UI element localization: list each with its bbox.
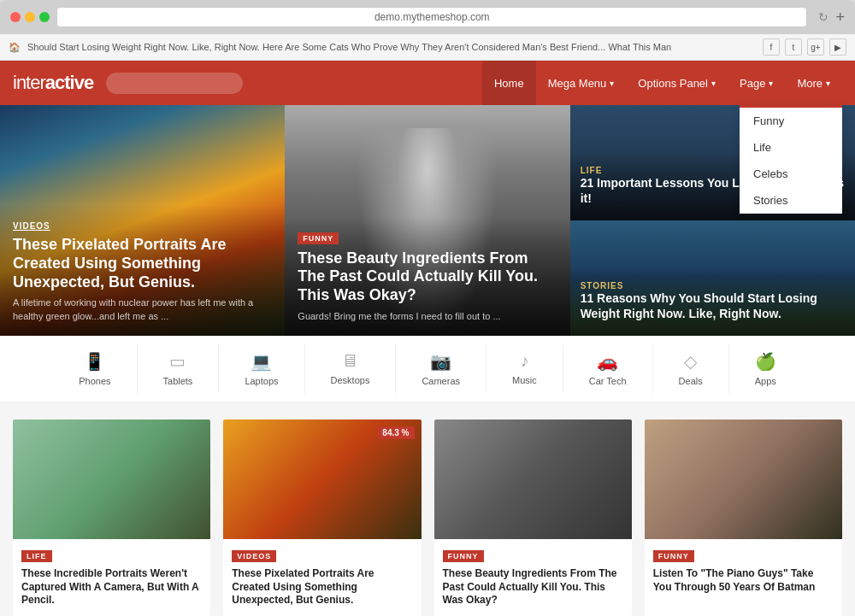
browser-toolbar: 🏠 Should Start Losing Weight Right Now. … xyxy=(0,34,855,61)
nav-more[interactable]: More ▾ Funny Life Celebs Stories xyxy=(785,61,842,105)
youtube-toolbar-icon[interactable]: ▶ xyxy=(829,38,846,56)
cat-cartech[interactable]: 🚗 Car Tech xyxy=(563,344,653,393)
cartech-icon: 🚗 xyxy=(597,351,618,372)
card-0-body: LIFE These Incredible Portraits Weren't … xyxy=(13,539,210,616)
card-2-title: These Beauty Ingredients From The Past C… xyxy=(443,567,623,607)
music-label: Music xyxy=(512,375,537,385)
hero-main-category: VIDEOS xyxy=(13,221,50,231)
options-arrow: ▾ xyxy=(711,79,716,88)
card-3-image xyxy=(645,419,842,539)
desktops-label: Desktops xyxy=(331,375,370,385)
facebook-toolbar-icon[interactable]: f xyxy=(763,38,780,56)
tablets-icon: ▭ xyxy=(169,351,186,372)
nav-home[interactable]: Home xyxy=(482,61,536,105)
card-2-body: FUNNY These Beauty Ingredients From The … xyxy=(434,539,632,616)
hero-grid: VIDEOS These Pixelated Portraits Are Cre… xyxy=(0,105,855,336)
cat-cameras[interactable]: 📷 Cameras xyxy=(396,344,486,393)
nav-home-label: Home xyxy=(494,77,524,90)
hero-center-category: FUNNY xyxy=(298,232,339,244)
nav-mega-label: Mega Menu xyxy=(548,77,607,90)
card-0-title: These Incredible Portraits Weren't Captu… xyxy=(21,567,202,607)
card-1[interactable]: 84.3 % VIDEOS These Pixelated Portraits … xyxy=(223,419,421,616)
site-wrapper: interactive Home Mega Menu ▾ Options Pan… xyxy=(0,61,855,616)
cameras-label: Cameras xyxy=(422,376,460,386)
hero-right-bottom-category: STORIES xyxy=(581,281,845,290)
nav-mega-menu[interactable]: Mega Menu ▾ xyxy=(536,61,627,105)
cameras-icon: 📷 xyxy=(430,351,451,372)
cat-music[interactable]: ♪ Music xyxy=(486,344,563,393)
deals-icon: ◇ xyxy=(684,351,697,372)
card-2-image xyxy=(434,419,632,539)
hero-right-bottom-overlay: STORIES 11 Reasons Why You Should Start … xyxy=(570,220,855,336)
card-0[interactable]: LIFE These Incredible Portraits Weren't … xyxy=(13,419,210,616)
refresh-icon[interactable]: ↻ xyxy=(818,10,828,24)
logo-light: inter xyxy=(13,72,45,93)
card-0-category: LIFE xyxy=(21,550,52,562)
twitter-toolbar-icon[interactable]: t xyxy=(785,38,802,56)
hero-center-title: These Beauty Ingredients From The Past C… xyxy=(298,249,557,305)
window-controls xyxy=(10,12,50,22)
googleplus-toolbar-icon[interactable]: g+ xyxy=(807,38,824,56)
minimize-button[interactable] xyxy=(25,12,35,22)
hero-main-excerpt: A lifetime of working with nuclear power… xyxy=(13,296,272,323)
card-3-category: FUNNY xyxy=(653,550,694,562)
search-input[interactable] xyxy=(106,73,243,94)
hero-right-bottom-title: 11 Reasons Why You Should Start Losing W… xyxy=(581,290,845,321)
maximize-button[interactable] xyxy=(39,12,50,22)
card-3[interactable]: FUNNY Listen To "The Piano Guys" Take Yo… xyxy=(645,419,842,616)
card-0-image xyxy=(13,419,210,539)
cat-tablets[interactable]: ▭ Tablets xyxy=(138,344,220,393)
apps-label: Apps xyxy=(755,376,776,386)
apps-icon: 🍏 xyxy=(755,351,776,372)
more-arrow: ▾ xyxy=(826,79,830,88)
tablets-label: Tablets xyxy=(163,376,193,386)
dropdown-funny[interactable]: Funny xyxy=(740,108,842,134)
nav-more-label: More xyxy=(797,77,823,90)
card-1-badge: 84.3 % xyxy=(377,426,414,439)
site-header: interactive Home Mega Menu ▾ Options Pan… xyxy=(0,61,855,105)
page-arrow: ▾ xyxy=(769,79,773,88)
card-1-body: VIDEOS These Pixelated Portraits Are Cre… xyxy=(223,539,421,616)
phones-label: Phones xyxy=(79,376,110,386)
nav-options-label: Options Panel xyxy=(638,77,708,90)
cards-section: LIFE These Incredible Portraits Weren't … xyxy=(0,402,855,616)
logo-bold: active xyxy=(45,72,93,93)
dropdown-life[interactable]: Life xyxy=(740,134,842,161)
deals-label: Deals xyxy=(679,376,703,386)
nav-page[interactable]: Page ▾ xyxy=(728,61,785,105)
cat-laptops[interactable]: 💻 Laptops xyxy=(219,344,304,393)
cat-phones[interactable]: 📱 Phones xyxy=(53,344,137,393)
cartech-label: Car Tech xyxy=(589,376,627,386)
cat-deals[interactable]: ◇ Deals xyxy=(653,344,729,393)
dropdown-celebs[interactable]: Celebs xyxy=(740,161,842,187)
address-bar[interactable]: demo.mythemeshop.com xyxy=(56,7,807,27)
card-2-category: FUNNY xyxy=(443,550,484,562)
hero-right-bottom[interactable]: STORIES 11 Reasons Why You Should Start … xyxy=(570,220,855,336)
dropdown-stories[interactable]: Stories xyxy=(740,187,842,214)
nav-page-label: Page xyxy=(740,77,765,90)
card-3-body: FUNNY Listen To "The Piano Guys" Take Yo… xyxy=(645,539,842,602)
card-1-image: 84.3 % xyxy=(223,419,421,539)
toolbar-links: Should Start Losing Weight Right Now. Li… xyxy=(27,42,756,52)
more-dropdown: Funny Life Celebs Stories xyxy=(740,105,842,214)
hero-main-title: These Pixelated Portraits Are Created Us… xyxy=(13,236,272,291)
music-icon: ♪ xyxy=(520,351,528,371)
close-button[interactable] xyxy=(10,12,21,22)
card-1-title: These Pixelated Portraits Are Created Us… xyxy=(232,567,412,607)
card-3-title: Listen To "The Piano Guys" Take You Thro… xyxy=(653,567,834,594)
hero-main[interactable]: VIDEOS These Pixelated Portraits Are Cre… xyxy=(0,105,285,336)
cards-grid: LIFE These Incredible Portraits Weren't … xyxy=(13,419,842,616)
hero-center-excerpt: Guards! Bring me the forms I need to fil… xyxy=(298,310,557,323)
nav-options-panel[interactable]: Options Panel ▾ xyxy=(626,61,728,105)
browser-window: demo.mythemeshop.com ↻ + 🏠 Should Start … xyxy=(0,0,855,616)
laptops-label: Laptops xyxy=(245,376,278,386)
laptops-icon: 💻 xyxy=(251,351,272,372)
new-tab-button[interactable]: + xyxy=(835,9,845,26)
cat-apps[interactable]: 🍏 Apps xyxy=(729,344,802,393)
card-2[interactable]: FUNNY These Beauty Ingredients From The … xyxy=(434,419,632,616)
home-icon: 🏠 xyxy=(9,42,21,53)
cat-desktops[interactable]: 🖥 Desktops xyxy=(305,344,397,393)
social-icons-bar: f t g+ ▶ xyxy=(763,38,846,56)
main-nav: Home Mega Menu ▾ Options Panel ▾ Page ▾ … xyxy=(482,61,842,105)
hero-center[interactable]: FUNNY These Beauty Ingredients From The … xyxy=(285,105,569,336)
